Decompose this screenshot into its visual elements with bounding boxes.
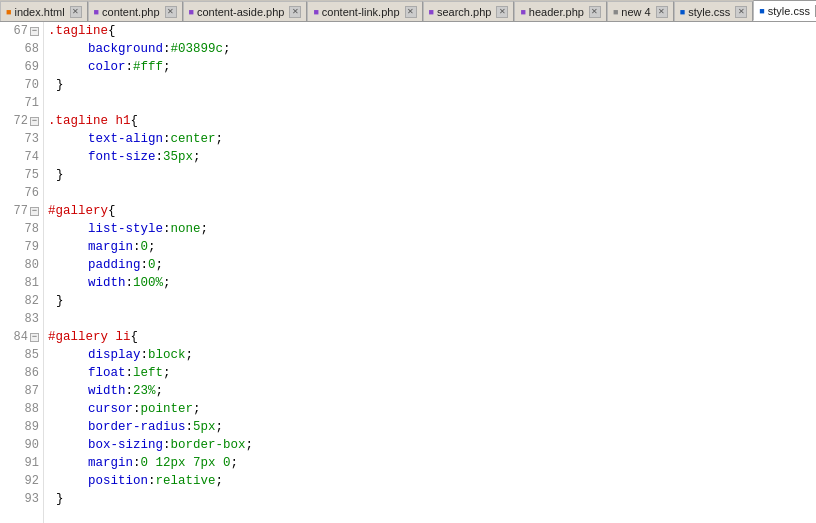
line-number: 85 [0, 346, 43, 364]
line-number: 68 [0, 40, 43, 58]
tab-content-link-php[interactable]: ■content-link.php✕ [307, 1, 422, 21]
line-number: 77− [0, 202, 43, 220]
file-type-icon: ■ [189, 7, 194, 17]
code-line: width:23%; [48, 382, 816, 400]
token-value: #fff [133, 58, 163, 76]
line-number: 73 [0, 130, 43, 148]
token-value: 0 [148, 256, 156, 274]
tab-close-button[interactable]: ✕ [70, 6, 82, 18]
tab-close-button[interactable]: ✕ [289, 6, 301, 18]
token-property: font-size [88, 148, 156, 166]
token-value: pointer [141, 400, 194, 418]
code-line: } [48, 490, 816, 508]
token-property: display [88, 346, 141, 364]
token-colon: : [186, 418, 194, 436]
token-semicolon: ; [163, 364, 171, 382]
token-value: 23% [133, 382, 156, 400]
editor-area: 67−6869707172−7374757677−78798081828384−… [0, 22, 816, 523]
code-line: border-radius:5px; [48, 418, 816, 436]
token-value: none [171, 220, 201, 238]
code-line: margin:0 12px 7px 0; [48, 454, 816, 472]
tab-label: style.css [688, 6, 730, 18]
tab-style-css-2[interactable]: ■style.css✕ [753, 0, 816, 21]
token-brace: { [108, 22, 116, 40]
code-line: background:#03899c; [48, 40, 816, 58]
token-colon: : [163, 130, 171, 148]
token-value: 0 12px 7px 0 [141, 454, 231, 472]
tab-close-button[interactable]: ✕ [496, 6, 508, 18]
code-line: color:#fff; [48, 58, 816, 76]
tab-label: search.php [437, 6, 491, 18]
token-colon: : [156, 148, 164, 166]
line-number: 89 [0, 418, 43, 436]
tab-content-aside-php[interactable]: ■content-aside.php✕ [183, 1, 308, 21]
code-area[interactable]: .tagline{background:#03899c;color:#fff;}… [44, 22, 816, 523]
token-semicolon: ; [156, 382, 164, 400]
tab-close-button[interactable]: ✕ [656, 6, 668, 18]
token-property: padding [88, 256, 141, 274]
fold-icon[interactable]: − [30, 333, 39, 342]
code-line [48, 310, 816, 328]
token-value: left [133, 364, 163, 382]
token-semicolon: ; [231, 454, 239, 472]
token-semicolon: ; [216, 472, 224, 490]
code-line: position:relative; [48, 472, 816, 490]
code-line [48, 184, 816, 202]
token-semicolon: ; [148, 238, 156, 256]
tab-search-php[interactable]: ■search.php✕ [423, 1, 515, 21]
line-number: 75 [0, 166, 43, 184]
code-line: padding:0; [48, 256, 816, 274]
token-brace: } [56, 76, 64, 94]
token-property: box-sizing [88, 436, 163, 454]
token-property: width [88, 382, 126, 400]
line-number: 80 [0, 256, 43, 274]
tab-new4[interactable]: ■new 4✕ [607, 1, 674, 21]
token-value: #03899c [171, 40, 224, 58]
fold-icon[interactable]: − [30, 27, 39, 36]
token-value: border-box [171, 436, 246, 454]
tab-style-css-1[interactable]: ■style.css✕ [674, 1, 754, 21]
token-value: center [171, 130, 216, 148]
token-property: width [88, 274, 126, 292]
tab-close-button[interactable]: ✕ [165, 6, 177, 18]
token-property: list-style [88, 220, 163, 238]
tab-close-button[interactable]: ✕ [735, 6, 747, 18]
code-line: .tagline h1{ [48, 112, 816, 130]
fold-icon[interactable]: − [30, 207, 39, 216]
fold-icon[interactable]: − [30, 117, 39, 126]
code-line [48, 94, 816, 112]
token-colon: : [133, 400, 141, 418]
file-type-icon: ■ [94, 7, 99, 17]
line-number: 86 [0, 364, 43, 382]
file-type-icon: ■ [680, 7, 685, 17]
token-property: margin [88, 454, 133, 472]
token-colon: : [141, 256, 149, 274]
token-brace: { [131, 328, 139, 346]
token-colon: : [126, 382, 134, 400]
token-property: position [88, 472, 148, 490]
line-number: 83 [0, 310, 43, 328]
tab-close-button[interactable]: ✕ [405, 6, 417, 18]
code-line: cursor:pointer; [48, 400, 816, 418]
tab-close-button[interactable]: ✕ [589, 6, 601, 18]
tab-header-php[interactable]: ■header.php✕ [514, 1, 607, 21]
line-number: 74 [0, 148, 43, 166]
code-line: list-style:none; [48, 220, 816, 238]
file-type-icon: ■ [429, 7, 434, 17]
code-line: float:left; [48, 364, 816, 382]
code-line: .tagline{ [48, 22, 816, 40]
token-semicolon: ; [156, 256, 164, 274]
token-property: text-align [88, 130, 163, 148]
code-line: #gallery li{ [48, 328, 816, 346]
token-property: color [88, 58, 126, 76]
token-semicolon: ; [223, 40, 231, 58]
tab-content-php[interactable]: ■content.php✕ [88, 1, 183, 21]
tab-index-html[interactable]: ■index.html✕ [0, 1, 88, 21]
token-value: 0 [141, 238, 149, 256]
tab-label: header.php [529, 6, 584, 18]
line-number: 93 [0, 490, 43, 508]
token-brace: } [56, 292, 64, 310]
line-number: 67− [0, 22, 43, 40]
token-property: border-radius [88, 418, 186, 436]
tab-label: content.php [102, 6, 160, 18]
